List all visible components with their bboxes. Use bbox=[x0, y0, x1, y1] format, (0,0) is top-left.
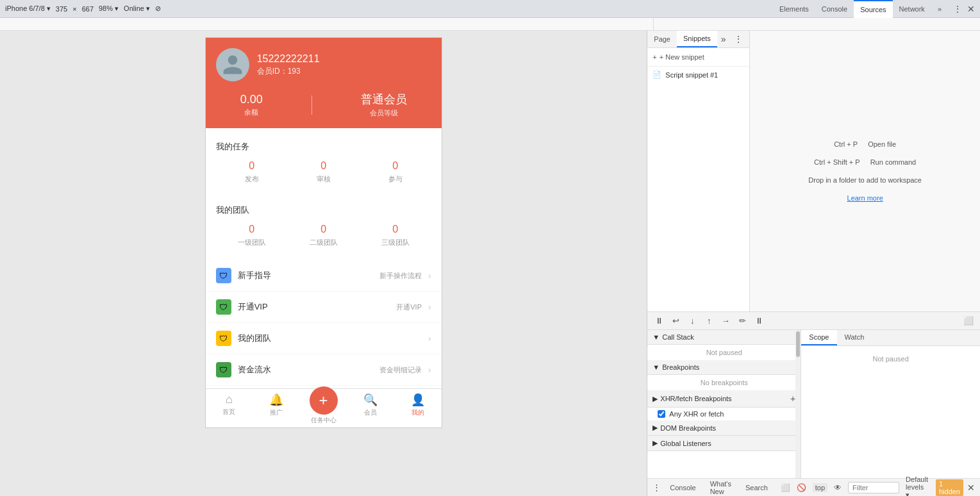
console-no-logs-icon[interactable]: 🚫 bbox=[797, 483, 806, 492]
snippets-menu-icon[interactable]: ⋮ bbox=[730, 31, 747, 47]
console-menu-icon[interactable]: ⋮ bbox=[652, 483, 661, 492]
console-close-button[interactable]: ✕ bbox=[967, 483, 975, 493]
filter-input[interactable] bbox=[848, 482, 899, 493]
team-label-1: 二级团队 bbox=[310, 238, 338, 247]
tab-network[interactable]: Network bbox=[893, 0, 931, 18]
task-value-1: 0 bbox=[317, 160, 331, 172]
menu-right-vip: 开通VIP bbox=[396, 302, 422, 312]
menu-item-0[interactable]: 🛡 新手指导 新手操作流程 › bbox=[206, 260, 442, 292]
my-tasks-title: 我的任务 bbox=[216, 141, 431, 153]
tab-whats-new[interactable]: What's New bbox=[705, 477, 736, 497]
deactivate-breakpoints-button[interactable]: ✏ bbox=[736, 315, 749, 327]
level-stat: 普通会员 会员等级 bbox=[361, 92, 407, 118]
tab-search[interactable]: Search bbox=[740, 481, 773, 494]
menu-item-3[interactable]: 🛡 资金流水 资金明细记录 › bbox=[206, 354, 442, 386]
task-value-2: 0 bbox=[388, 160, 403, 172]
task-label-0: 发布 bbox=[245, 174, 259, 184]
step-over-button[interactable]: ↩ bbox=[669, 315, 682, 327]
tab-more[interactable]: » bbox=[931, 0, 948, 18]
my-tasks-section: 我的任务 0 发布 0 审核 0 参与 bbox=[206, 133, 442, 192]
breakpoints-content: No breakpoints bbox=[647, 375, 801, 390]
new-snippet-button[interactable]: + + New snippet bbox=[647, 48, 749, 67]
home-icon: ⌂ bbox=[226, 393, 233, 406]
task-label-2: 参与 bbox=[388, 174, 403, 184]
sources-panel: Page Snippets » ⋮ ⬜ + + New snippet 📄 Sc… bbox=[647, 31, 980, 311]
nav-center[interactable]: + 任务中心 bbox=[300, 393, 347, 425]
mine-icon: 👤 bbox=[411, 393, 425, 407]
nav-mine[interactable]: 👤 我的 bbox=[394, 393, 442, 425]
open-file-key: Ctrl + P bbox=[834, 140, 858, 148]
dom-expand-icon: ▶ bbox=[652, 424, 658, 432]
step-out-button[interactable]: ↑ bbox=[702, 315, 715, 327]
debugger-content: ▼ Call Stack Not paused ▼ Breakpoints No… bbox=[647, 330, 980, 478]
team-value-1: 0 bbox=[310, 224, 338, 235]
console-expand-icon[interactable]: ⬜ bbox=[781, 483, 790, 492]
snippets-sidebar: Page Snippets » ⋮ ⬜ + + New snippet 📄 Sc… bbox=[647, 31, 750, 311]
devtools-panel: Page Snippets » ⋮ ⬜ + + New snippet 📄 Sc… bbox=[647, 31, 980, 496]
nav-member[interactable]: 🔍 会员 bbox=[347, 393, 394, 425]
tab-console[interactable]: Console bbox=[815, 0, 854, 18]
pause-on-exceptions-button[interactable]: ⏸ bbox=[752, 315, 765, 327]
tab-watch[interactable]: Watch bbox=[837, 330, 872, 345]
mobile-frame: 15222222211 会员ID：193 0.00 余额 普通会员 会员等级 bbox=[205, 37, 442, 428]
folder-text: Drop in a folder to add to workspace bbox=[808, 176, 922, 184]
profile-id: 会员ID：193 bbox=[257, 66, 431, 77]
scope-not-paused: Not paused bbox=[801, 351, 980, 367]
team-stat-1: 0 二级团队 bbox=[310, 224, 338, 247]
nav-home[interactable]: ⌂ 首页 bbox=[206, 393, 253, 425]
pause-button[interactable]: ⏸ bbox=[652, 315, 665, 327]
menu-arrow-vip: › bbox=[428, 302, 431, 312]
task-label-1: 审核 bbox=[317, 174, 331, 184]
scope-watch-panel: Scope Watch Not paused bbox=[801, 330, 980, 478]
device-selector[interactable]: iPhone 6/7/8 ▾ bbox=[5, 4, 51, 13]
snippet-item-1[interactable]: 📄 Script snippet #1 bbox=[647, 67, 749, 83]
call-stack-header[interactable]: ▼ Call Stack bbox=[647, 330, 801, 345]
tab-snippets[interactable]: Snippets bbox=[677, 31, 717, 47]
global-listeners-header[interactable]: ▶ Global Listeners bbox=[647, 436, 801, 451]
menu-item-2[interactable]: 🛡 我的团队 › bbox=[206, 323, 442, 354]
expand-panel-icon[interactable]: ⬜ bbox=[962, 315, 975, 327]
learn-more-link[interactable]: Learn more bbox=[847, 194, 883, 202]
menu-icon-guide: 🛡 bbox=[216, 268, 231, 283]
menu-right-finance: 资金明细记录 bbox=[379, 365, 422, 375]
default-levels-selector[interactable]: Default levels ▾ bbox=[906, 475, 928, 496]
run-command-key: Ctrl + Shift + P bbox=[814, 158, 860, 166]
panel-scrollbar[interactable] bbox=[795, 330, 801, 478]
devtools-settings-icon[interactable]: ⋮ bbox=[953, 4, 962, 14]
devtools-close-icon[interactable]: ✕ bbox=[967, 4, 975, 14]
network-selector[interactable]: Online ▾ bbox=[124, 4, 150, 13]
balance-label: 余额 bbox=[240, 108, 263, 117]
nav-promo[interactable]: 🔔 推广 bbox=[253, 393, 300, 425]
profile-header: 15222222211 会员ID：193 0.00 余额 普通会员 会员等级 bbox=[206, 38, 442, 128]
source-main-area: Ctrl + P Open file Ctrl + Shift + P Run … bbox=[750, 31, 980, 311]
menu-label-guide: 新手指导 bbox=[238, 270, 373, 281]
any-xhr-checkbox[interactable] bbox=[658, 410, 665, 418]
zoom-selector[interactable]: 98% ▾ bbox=[99, 4, 119, 13]
dom-label: DOM Breakpoints bbox=[660, 424, 716, 432]
viewport-height: 667 bbox=[82, 5, 94, 13]
tab-elements[interactable]: Elements bbox=[773, 0, 815, 18]
no-breakpoints-text: No breakpoints bbox=[701, 379, 748, 386]
center-button[interactable]: + bbox=[310, 386, 338, 415]
dom-breakpoints-header[interactable]: ▶ DOM Breakpoints bbox=[647, 420, 801, 436]
menu-right-guide: 新手操作流程 bbox=[379, 271, 422, 281]
xhr-breakpoints-header[interactable]: ▶ XHR/fetch Breakpoints + bbox=[647, 390, 801, 408]
tab-page[interactable]: Page bbox=[647, 31, 677, 47]
shortcut-open-file: Ctrl + P Open file bbox=[834, 140, 896, 148]
profile-info: 15222222211 会员ID：193 bbox=[257, 53, 431, 77]
tab-scope[interactable]: Scope bbox=[801, 330, 836, 345]
balance-stat: 0.00 余额 bbox=[240, 93, 263, 117]
debugger-toolbar: ⏸ ↩ ↓ ↑ → ✏ ⏸ ⬜ bbox=[647, 312, 980, 330]
tab-console-bottom[interactable]: Console bbox=[665, 481, 701, 494]
step-into-button[interactable]: ↓ bbox=[686, 315, 699, 327]
snippet-name-1: Script snippet #1 bbox=[665, 71, 718, 79]
snippets-more-icon[interactable]: » bbox=[717, 31, 730, 47]
new-snippet-label: + New snippet bbox=[660, 53, 704, 61]
tab-sources[interactable]: Sources bbox=[854, 0, 892, 18]
add-xhr-breakpoint-button[interactable]: + bbox=[790, 393, 795, 404]
menu-item-1[interactable]: 🛡 开通VIP 开通VIP › bbox=[206, 292, 442, 323]
breakpoints-header[interactable]: ▼ Breakpoints bbox=[647, 360, 801, 375]
team-value-2: 0 bbox=[381, 224, 410, 235]
step-button[interactable]: → bbox=[719, 315, 732, 327]
call-stack-panel: ▼ Call Stack Not paused ▼ Breakpoints No… bbox=[647, 330, 801, 478]
